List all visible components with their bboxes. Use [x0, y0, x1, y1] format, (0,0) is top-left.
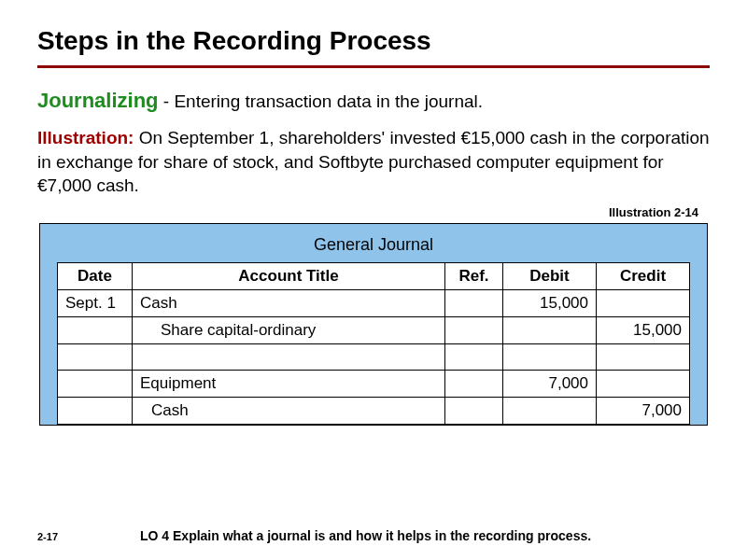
cell-debit — [503, 397, 597, 424]
cell-date: Sept. 1 — [58, 289, 133, 316]
cell-ref — [445, 370, 503, 397]
title-rule — [37, 65, 710, 68]
cell-account-title — [133, 343, 445, 370]
col-ref: Ref. — [445, 262, 503, 289]
table-row: Cash7,000 — [58, 397, 690, 424]
table-header-row: Date Account Title Ref. Debit Credit — [58, 262, 690, 289]
cell-debit — [503, 316, 597, 343]
slide-number: 2-17 — [37, 531, 103, 542]
term-definition: - Entering transaction data in the journ… — [159, 91, 483, 111]
cell-account-title: Cash — [133, 397, 445, 424]
cell-credit — [597, 343, 690, 370]
illustration-ref: Illustration 2-14 — [37, 205, 710, 219]
illustration-paragraph: Illustration: On September 1, shareholde… — [37, 126, 710, 198]
col-debit: Debit — [503, 262, 597, 289]
cell-credit — [597, 370, 690, 397]
cell-account-title: Equipment — [133, 370, 445, 397]
col-date: Date — [58, 262, 133, 289]
slide-body: Steps in the Recording Process Journaliz… — [0, 0, 747, 426]
cell-credit: 7,000 — [597, 397, 690, 424]
table-row: Share capital-ordinary15,000 — [58, 316, 690, 343]
col-credit: Credit — [597, 262, 690, 289]
cell-date — [58, 370, 133, 397]
cell-account-title: Cash — [133, 289, 445, 316]
cell-ref — [445, 397, 503, 424]
term-journalizing: Journalizing — [37, 89, 159, 112]
subheading: Journalizing - Entering transaction data… — [37, 89, 710, 113]
journal-frame: General Journal Date Account Title Ref. … — [39, 223, 708, 426]
cell-date — [58, 397, 133, 424]
journal-tbody: Sept. 1Cash15,000Share capital-ordinary1… — [58, 289, 690, 424]
cell-debit: 7,000 — [503, 370, 597, 397]
journal-title: General Journal — [57, 231, 690, 262]
slide-title: Steps in the Recording Process — [37, 26, 710, 65]
table-row: Sept. 1Cash15,000 — [58, 289, 690, 316]
cell-date — [58, 316, 133, 343]
col-title: Account Title — [133, 262, 445, 289]
learning-objective: LO 4 Explain what a journal is and how i… — [103, 528, 710, 543]
illustration-label: Illustration: — [37, 128, 134, 147]
table-row — [58, 343, 690, 370]
cell-date — [58, 343, 133, 370]
footer: 2-17 LO 4 Explain what a journal is and … — [0, 528, 747, 543]
cell-ref — [445, 289, 503, 316]
table-row: Equipment7,000 — [58, 370, 690, 397]
journal-table: Date Account Title Ref. Debit Credit Sep… — [57, 262, 690, 425]
illustration-text: On September 1, shareholders' invested €… — [37, 128, 710, 195]
cell-ref — [445, 343, 503, 370]
cell-credit — [597, 289, 690, 316]
cell-credit: 15,000 — [597, 316, 690, 343]
cell-debit — [503, 343, 597, 370]
cell-ref — [445, 316, 503, 343]
cell-account-title: Share capital-ordinary — [133, 316, 445, 343]
cell-debit: 15,000 — [503, 289, 597, 316]
